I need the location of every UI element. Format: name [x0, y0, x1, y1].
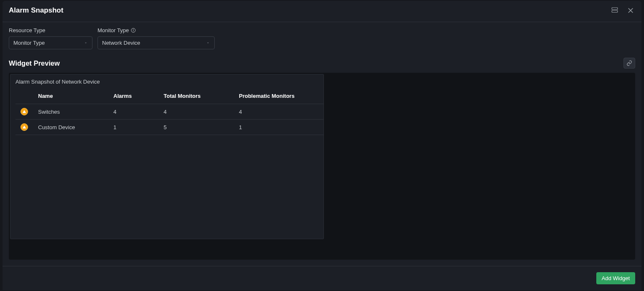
cell-status — [15, 120, 35, 135]
table-header-row: Name Alarms Total Monitors Problematic M… — [15, 88, 323, 104]
cell-alarms: 4 — [110, 104, 160, 120]
close-button[interactable] — [626, 6, 635, 15]
table-row[interactable]: Switches 4 4 4 — [15, 104, 323, 120]
resource-type-label: Resource Type — [9, 27, 92, 33]
cell-problematic-monitors: 4 — [236, 104, 323, 120]
cell-name: Custom Device — [35, 120, 110, 135]
widget-preview-header: Widget Preview — [9, 58, 635, 69]
svg-rect-1 — [612, 10, 618, 13]
cell-alarms: 1 — [110, 120, 160, 135]
filter-row: Resource Type Monitor Type Monitor Type — [9, 27, 635, 49]
warning-icon — [21, 108, 28, 115]
th-problematic-monitors[interactable]: Problematic Monitors — [236, 88, 323, 104]
modal-body: Resource Type Monitor Type Monitor Type — [3, 22, 641, 266]
preview-area: Alarm Snapshot of Network Device Name Al… — [9, 73, 635, 260]
add-widget-button[interactable]: Add Widget — [596, 272, 635, 284]
svg-rect-0 — [612, 8, 618, 10]
th-name[interactable]: Name — [35, 88, 110, 104]
th-total-monitors[interactable]: Total Monitors — [160, 88, 236, 104]
resource-type-select[interactable]: Monitor Type — [9, 36, 92, 49]
info-icon[interactable] — [131, 28, 136, 33]
layout-icon — [611, 7, 618, 14]
cell-total-monitors: 5 — [160, 120, 236, 135]
preview-widget: Alarm Snapshot of Network Device Name Al… — [10, 74, 324, 239]
widget-caption: Alarm Snapshot of Network Device — [10, 79, 323, 88]
cell-problematic-monitors: 1 — [236, 120, 323, 135]
warning-icon — [21, 123, 28, 131]
link-icon — [626, 60, 632, 66]
modal-footer: Add Widget — [3, 266, 641, 290]
alarm-snapshot-modal: Alarm Snapshot Resource Type Monit — [3, 1, 641, 290]
th-alarms[interactable]: Alarms — [110, 88, 160, 104]
monitor-type-group: Monitor Type Network Device — [97, 27, 215, 49]
cell-name: Switches — [35, 104, 110, 120]
chevron-down-icon — [84, 40, 88, 46]
widget-preview-title: Widget Preview — [9, 59, 60, 67]
table-row[interactable]: Custom Device 1 5 1 — [15, 120, 323, 135]
resource-type-group: Resource Type Monitor Type — [9, 27, 92, 49]
cell-status — [15, 104, 35, 120]
monitor-type-select[interactable]: Network Device — [97, 36, 215, 49]
link-icon-button[interactable] — [623, 58, 635, 69]
layout-icon-button[interactable] — [610, 6, 619, 15]
svg-point-6 — [133, 29, 133, 30]
monitor-type-label: Monitor Type — [97, 27, 215, 33]
close-icon — [627, 7, 634, 14]
cell-total-monitors: 4 — [160, 104, 236, 120]
modal-header: Alarm Snapshot — [3, 1, 641, 22]
chevron-down-icon — [206, 40, 210, 46]
monitor-type-value: Network Device — [102, 40, 140, 46]
th-status — [15, 88, 35, 104]
alarm-table: Name Alarms Total Monitors Problematic M… — [15, 88, 323, 135]
monitor-type-label-text: Monitor Type — [97, 27, 129, 33]
resource-type-value: Monitor Type — [13, 40, 45, 46]
header-actions — [610, 6, 635, 15]
modal-title: Alarm Snapshot — [9, 6, 63, 15]
